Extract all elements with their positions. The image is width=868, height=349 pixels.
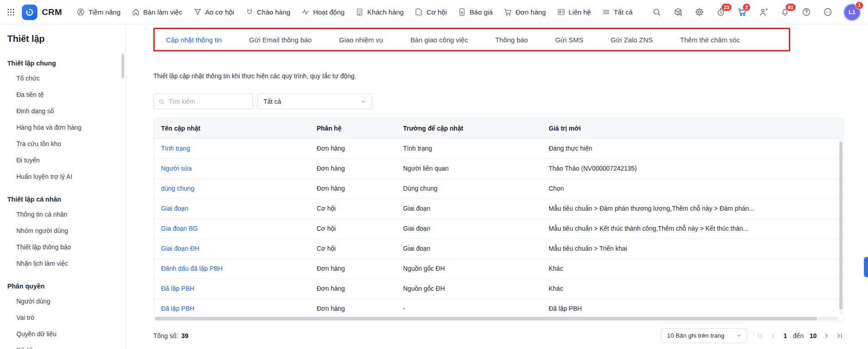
sidebar-item-thiet-lap-thong-bao[interactable]: Thiết lập thông báo (0, 239, 126, 255)
user-plus-icon[interactable] (759, 7, 768, 17)
update-rule-link[interactable]: Tình trạng (154, 138, 309, 158)
table-row: Đánh dấu đã lập PBHĐơn hàngNguồn gốc ĐHK… (154, 258, 843, 278)
sidebar-item-to-chuc[interactable]: Tổ chức (0, 70, 126, 86)
page-size-dropdown[interactable]: 10 Bản ghi trên trang (661, 328, 747, 343)
range-end: 10 (809, 332, 817, 339)
notification-badge: 23 (721, 3, 732, 11)
package-search-icon[interactable] (673, 7, 683, 17)
sidebar-item-di-tuyen[interactable]: Đi tuyến (0, 152, 126, 168)
sidebar-item-dinh-dang-so[interactable]: Định dạng số (0, 103, 126, 119)
cell-new-value: Khác (541, 278, 843, 298)
cell-module: Đơn hàng (309, 178, 396, 198)
nav-item-label: Báo giá (469, 8, 493, 16)
next-page-button[interactable] (823, 332, 831, 340)
funnel-icon (193, 8, 202, 16)
filter-bar: Tất cả (153, 94, 844, 109)
tab-gui-sms[interactable]: Gửi SMS (555, 36, 583, 44)
nav-item-khach-hang[interactable]: Khách hàng (355, 8, 404, 16)
table-horizontal-scrollbar[interactable] (155, 317, 817, 320)
nav-item-chao-hang[interactable]: Chào hàng (245, 8, 290, 16)
help-icon[interactable] (802, 7, 811, 17)
nav-item-don-hang[interactable]: Đơn hàng (504, 8, 546, 16)
cell-field: Nguồn gốc ĐH (396, 258, 541, 278)
cell-field: Giai đoạn (396, 238, 541, 258)
cell-new-value: Mẫu tiêu chuẩn > Đàm phán thương lượng,T… (541, 198, 843, 218)
tab-them-the-cham-soc[interactable]: Thêm thẻ chăm sóc (680, 36, 740, 44)
sidebar-item-quyen-du-lieu[interactable]: Quyền dữ liệu (0, 326, 126, 342)
nav-item-lien-he[interactable]: Liên hệ (557, 8, 591, 16)
update-rule-link[interactable]: Người sửa (154, 158, 309, 178)
update-rule-link[interactable]: dùng chung (154, 178, 309, 198)
table-row: Đã lập PBHĐơn hàng-Đã lập PBH (154, 298, 843, 319)
tab-thong-bao[interactable]: Thông báo (495, 36, 528, 44)
contact-card-icon (557, 8, 565, 16)
last-page-button[interactable] (836, 332, 844, 340)
user-avatar[interactable]: L1 1 (844, 5, 860, 20)
stopwatch-icon[interactable]: 23 (716, 7, 726, 17)
update-rule-link[interactable]: Đã lập PBH (154, 298, 309, 319)
nav-item-co-hoi[interactable]: Cơ hội (414, 8, 447, 16)
tab-giao-nhiem-vu[interactable]: Giao nhiệm vụ (339, 36, 383, 44)
side-panel-handle[interactable] (864, 257, 868, 277)
sidebar-item-nhom-nguoi-dung[interactable]: Nhóm người dùng (0, 223, 126, 239)
table-row: Người sửaĐơn hàngNgười liên quanThảo Thả… (154, 158, 843, 178)
cart-icon (504, 8, 512, 16)
sidebar-item-huan-luyen-tro-ly-ai[interactable]: Huấn luyện trợ lý AI (0, 168, 126, 185)
nav-item-ban-lam-viec[interactable]: Bàn làm việc (131, 8, 182, 16)
sidebar-item-hang-hoa-va-don-hang[interactable]: Hàng hóa và đơn hàng (0, 119, 126, 136)
home-icon (131, 8, 140, 16)
nav-item-tat-ca[interactable]: Tất cả (602, 8, 633, 16)
sidebar-scrollbar[interactable] (121, 54, 124, 78)
sidebar-item-nguoi-dung[interactable]: Người dùng (0, 293, 126, 309)
app-grid-icon[interactable] (6, 8, 15, 17)
table-row: Giai đoạnCơ hộiGiai đoạnMẫu tiêu chuẩn >… (154, 198, 843, 218)
cart-filled-icon[interactable]: 2 (737, 7, 747, 17)
search-input[interactable] (169, 98, 249, 105)
nav-item-ao-co-hoi[interactable]: Ao cơ hội (193, 8, 234, 16)
update-rule-link[interactable]: Đã lập PBH (154, 278, 309, 298)
main-panel: Cập nhật thông tinGửi Email thông báoGia… (126, 25, 868, 349)
settings-icon[interactable] (695, 7, 704, 17)
lead-icon (76, 8, 85, 16)
tab-gui-zalo-zns[interactable]: Gửi Zalo ZNS (611, 36, 653, 44)
sidebar-item-tra-cuu-ton-kho[interactable]: Tra cứu tồn kho (0, 136, 126, 152)
nav-item-hoat-dong[interactable]: Hoạt động (301, 8, 344, 16)
table-vertical-scrollbar[interactable] (839, 142, 843, 309)
nav-item-bao-gia[interactable]: $Báo giá (458, 8, 493, 16)
range-start: 1 (783, 332, 787, 339)
cell-new-value: Đã lập PBH (541, 298, 843, 319)
pagination: 10 Bản ghi trên trang 1 đến 10 (661, 328, 844, 343)
avatar-badge: 1 (855, 1, 863, 10)
bell-icon[interactable]: 81 (780, 7, 790, 17)
sidebar-item-vai-tro[interactable]: Vai trò (0, 309, 126, 326)
more-icon[interactable] (823, 7, 833, 17)
tab-ban-giao-cong-viec[interactable]: Bàn giao công việc (410, 36, 468, 44)
tab-description: Thiết lập cập nhật thông tin khi thực hi… (153, 72, 844, 80)
sidebar-item-du-lieu[interactable]: Dữ liệu (0, 342, 126, 349)
first-page-button[interactable] (756, 332, 764, 340)
cell-new-value: Mẫu tiêu chuẩn > Kết thúc thành công,Thê… (541, 218, 843, 238)
sidebar-section-phan-quyen: Phân quyềnNgười dùngVai tròQuyền dữ liệu… (0, 279, 126, 349)
sidebar-item-thong-tin-ca-nhan[interactable]: Thông tin cá nhân (0, 206, 126, 223)
sidebar-item-nhan-lich-lam-viec[interactable]: Nhận lịch làm việc (0, 255, 126, 272)
nav-item-label: Chào hàng (257, 8, 290, 16)
crm-logo[interactable] (22, 5, 37, 20)
nav-item-label: Bàn làm việc (143, 8, 182, 16)
tab-cap-nhat-thong-tin[interactable]: Cập nhật thông tin (166, 36, 222, 44)
nav-item-label: Hoạt động (313, 8, 344, 16)
search-icon[interactable] (652, 7, 661, 17)
cell-new-value: Chọn (541, 178, 843, 198)
cell-field: Nguồn gốc ĐH (396, 278, 541, 298)
update-rule-link[interactable]: Giai đoạn ĐH (154, 238, 309, 258)
sidebar-item-da-tien-te[interactable]: Đa tiền tệ (0, 86, 126, 103)
module-filter-dropdown[interactable]: Tất cả (257, 94, 372, 109)
avatar-initials: L1 (848, 9, 855, 15)
prev-page-button[interactable] (769, 332, 777, 340)
nav-item-label: Cơ hội (426, 8, 447, 16)
update-rule-link[interactable]: Giai đoạn (154, 198, 309, 218)
table-row: Giai đoạn ĐHCơ hộiGiai đoạnMẫu tiêu chuẩ… (154, 238, 843, 258)
tab-gui-email-thong-bao[interactable]: Gửi Email thông báo (249, 36, 312, 44)
nav-item-tiem-nang[interactable]: Tiềm năng (76, 8, 120, 16)
update-rule-link[interactable]: Đánh dấu đã lập PBH (154, 258, 309, 278)
update-rule-link[interactable]: Gia đoạn BG (154, 218, 309, 238)
